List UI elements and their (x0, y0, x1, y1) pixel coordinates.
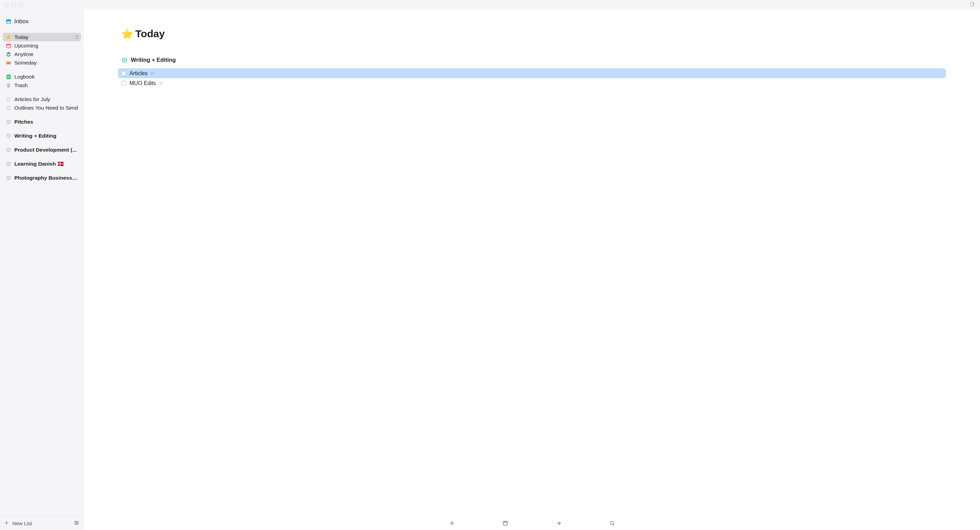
move-button[interactable] (555, 519, 562, 527)
layers-icon (5, 51, 12, 57)
inbox-icon (5, 19, 12, 25)
settings-icon[interactable] (73, 520, 80, 527)
sidebar-item-count: 2 (75, 34, 78, 40)
sidebar-item-label: Photography Business 📸 (14, 175, 78, 181)
sidebar-area-product-development[interactable]: Product Development (... (3, 146, 81, 154)
task-checkbox[interactable] (121, 81, 126, 86)
sidebar-item-label: Today (14, 34, 73, 40)
svg-rect-21 (153, 74, 154, 75)
area-box-icon (5, 147, 12, 153)
sidebar-item-trash[interactable]: Trash (3, 81, 81, 89)
project-progress-icon (5, 105, 12, 111)
sidebar-item-label: Trash (14, 82, 78, 89)
sidebar-item-label: Product Development (... (14, 147, 78, 153)
checklist-icon (151, 71, 155, 76)
area-box-icon (5, 175, 12, 181)
svg-point-15 (75, 524, 76, 525)
trash-icon (5, 82, 12, 89)
svg-point-13 (75, 521, 76, 522)
sidebar-item-label: Articles for July (14, 96, 78, 102)
project-progress-icon (5, 96, 12, 102)
svg-rect-20 (151, 74, 152, 75)
area-box-icon (121, 57, 127, 63)
svg-rect-9 (7, 83, 11, 84)
sidebar-item-label: Inbox (14, 18, 78, 25)
star-icon (5, 34, 12, 40)
drawer-icon (5, 60, 12, 66)
svg-rect-2 (7, 22, 10, 23)
sidebar-item-upcoming[interactable]: Upcoming (3, 41, 81, 50)
sidebar-item-label: Learning Danish 🇩🇰 (14, 161, 78, 167)
svg-rect-4 (7, 45, 11, 48)
svg-rect-0 (970, 3, 974, 6)
sidebar-item-anytime[interactable]: Anytime (3, 50, 81, 59)
main-toolbar (84, 516, 980, 530)
section-header-writing-editing[interactable]: Writing + Editing (121, 57, 942, 65)
section-header-label: Writing + Editing (131, 57, 176, 63)
svg-rect-18 (151, 73, 152, 74)
task-label: MUO Edits (129, 80, 156, 86)
sidebar-area-pitches[interactable]: Pitches (3, 117, 81, 126)
svg-point-12 (7, 106, 11, 109)
page-title: Today (135, 28, 165, 40)
sidebar-item-label: Outlines You Need to Send (14, 105, 78, 111)
sidebar-item-label: Writing + Editing (14, 133, 78, 139)
zoom-window-button[interactable] (19, 3, 24, 7)
close-window-button[interactable] (4, 3, 8, 7)
task-label: Articles (129, 70, 147, 76)
svg-point-14 (77, 522, 78, 524)
svg-rect-16 (151, 72, 152, 73)
sidebar-item-label: Upcoming (14, 43, 78, 49)
svg-rect-22 (160, 82, 161, 83)
plus-icon (4, 520, 9, 526)
open-new-window-icon[interactable] (969, 2, 975, 8)
sidebar-item-articles-for-july[interactable]: Articles for July (3, 95, 81, 103)
new-todo-button[interactable] (448, 519, 456, 527)
sidebar-footer: New List (0, 516, 84, 530)
main-pane: ⭐ Today Writing + Editing Articles MUO E… (84, 10, 980, 530)
minimize-window-button[interactable] (12, 3, 16, 7)
logbook-icon (5, 74, 12, 80)
svg-rect-28 (503, 522, 508, 525)
sidebar-item-label: Pitches (14, 119, 78, 125)
page-header: ⭐ Today (121, 28, 942, 40)
area-box-icon (5, 133, 12, 139)
star-icon: ⭐ (121, 29, 133, 40)
new-list-label: New List (12, 520, 32, 526)
sidebar-item-logbook[interactable]: Logbook (3, 72, 81, 81)
window-titlebar (0, 0, 980, 10)
sidebar-item-someday[interactable]: Someday (3, 59, 81, 67)
sidebar-area-learning-danish[interactable]: Learning Danish 🇩🇰 (3, 159, 81, 168)
sidebar-item-today[interactable]: Today 2 (3, 33, 81, 41)
svg-point-11 (7, 97, 11, 101)
sidebar-area-writing-editing[interactable]: Writing + Editing (3, 132, 81, 140)
svg-rect-25 (161, 83, 163, 83)
svg-rect-26 (160, 84, 161, 85)
sidebar: Inbox Today 2 Upcoming (0, 10, 84, 530)
task-checkbox[interactable] (121, 71, 126, 76)
search-button[interactable] (608, 519, 616, 527)
area-box-icon (5, 161, 12, 167)
checklist-icon (159, 81, 163, 86)
new-list-button[interactable]: New List (4, 520, 32, 526)
svg-rect-6 (6, 61, 11, 62)
sidebar-area-photography-business[interactable]: Photography Business 📸 (3, 173, 81, 182)
sidebar-item-inbox[interactable]: Inbox (3, 16, 81, 27)
area-box-icon (5, 119, 12, 125)
svg-rect-10 (8, 83, 9, 84)
svg-rect-24 (160, 83, 161, 84)
sidebar-item-outlines-you-need-to-send[interactable]: Outlines You Need to Send (3, 103, 81, 112)
task-row-articles[interactable]: Articles (118, 68, 946, 78)
sidebar-item-label: Anytime (14, 51, 78, 57)
sidebar-item-label: Someday (14, 60, 78, 66)
svg-rect-27 (161, 84, 163, 84)
svg-rect-19 (153, 73, 154, 73)
sidebar-item-label: Logbook (14, 74, 78, 80)
task-row-muo-edits[interactable]: MUO Edits (118, 78, 946, 88)
schedule-button[interactable] (502, 519, 509, 527)
calendar-icon (5, 43, 12, 49)
svg-rect-7 (8, 63, 10, 63)
